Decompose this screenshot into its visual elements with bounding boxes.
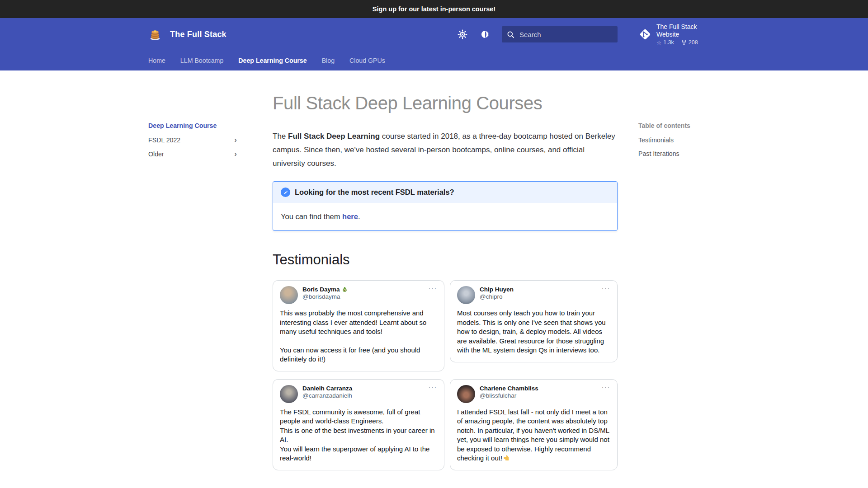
repo-stars: 1.3k [663, 39, 674, 46]
main-content: Full Stack Deep Learning Courses The Ful… [273, 70, 618, 488]
avatar [280, 385, 298, 403]
testimonials-heading: Testimonials [273, 252, 618, 268]
search-icon [506, 30, 515, 39]
sidebar-item-older[interactable]: Older › [148, 150, 237, 158]
chevron-right-icon: › [234, 136, 237, 144]
toc-item-testimonials[interactable]: Testimonials [638, 136, 720, 144]
here-link[interactable]: here [342, 212, 358, 221]
star-icon: ☆ [656, 39, 661, 46]
tweet-handle: @carranzadanielh [302, 392, 429, 399]
table-of-contents: Table of contents Testimonials Past Iter… [618, 70, 720, 488]
tab-deep-learning-course[interactable]: Deep Learning Course [238, 57, 307, 64]
admonition-title-row: Looking for the most recent FSDL materia… [273, 182, 617, 203]
repo-stats: ☆ 1.3k 208 [656, 39, 720, 46]
tweet-author: Chip Huyen [480, 286, 514, 293]
announcement-text: Sign up for our latest in-person course! [373, 5, 495, 13]
git-icon [638, 28, 652, 41]
tweet-card-chip-huyen[interactable]: Chip Huyen @chipro ··· Most courses only… [450, 280, 618, 362]
tweet-menu-icon[interactable]: ··· [602, 385, 611, 389]
point-down-emoji-icon [504, 455, 510, 461]
pancakes-logo-icon[interactable] [148, 28, 162, 41]
tweet-handle: @blissfulchar [480, 392, 602, 399]
left-sidebar: Deep Learning Course FSDL 2022 › Older › [148, 70, 273, 488]
search-input[interactable] [519, 31, 605, 38]
search-box[interactable] [502, 26, 618, 42]
toc-title: Table of contents [638, 122, 720, 129]
tweet-author: Charlene Chambliss [480, 385, 538, 392]
avocado-emoji-icon [342, 286, 348, 292]
tweet-menu-icon[interactable]: ··· [602, 286, 611, 291]
header: The Full Stack [0, 18, 868, 51]
tab-cloud-gpus[interactable]: Cloud GPUs [349, 57, 385, 64]
tweet-text: This was probably the most comprehensive… [280, 309, 437, 364]
tab-llm-bootcamp[interactable]: LLM Bootcamp [180, 57, 223, 64]
tweet-text: Most courses only teach you how to train… [457, 309, 610, 355]
tweet-text: The FSDL community is awesome, full of g… [280, 408, 437, 463]
info-admonition: Looking for the most recent FSDL materia… [273, 181, 618, 231]
tweet-menu-icon[interactable]: ··· [429, 385, 438, 389]
tab-bar: Home LLM Bootcamp Deep Learning Course B… [0, 51, 868, 70]
site-title: The Full Stack [170, 30, 226, 39]
tweet-card-charlene-chambliss[interactable]: Charlene Chambliss @blissfulchar ··· I a… [450, 379, 618, 470]
tweet-author: Danielh Carranza [302, 385, 352, 392]
repo-forks: 208 [689, 39, 698, 46]
intro-paragraph: The Full Stack Deep Learning course star… [273, 130, 618, 170]
toc-item-past-iterations[interactable]: Past Iterations [638, 150, 720, 157]
dark-mode-icon[interactable] [480, 29, 491, 40]
announcement-bar[interactable]: Sign up for our latest in-person course! [0, 0, 868, 18]
tab-home[interactable]: Home [148, 57, 165, 64]
page-title: Full Stack Deep Learning Courses [273, 93, 618, 113]
fork-icon [681, 40, 687, 46]
admonition-title: Looking for the most recent FSDL materia… [295, 188, 454, 197]
tweet-card-boris-dayma[interactable]: Boris Dayma @borisdayma ··· This was pro… [273, 280, 444, 371]
tweet-handle: @chipro [480, 293, 602, 300]
tweet-text: I attended FSDL last fall - not only did… [457, 408, 610, 463]
testimonial-grid: Boris Dayma @borisdayma ··· This was pro… [273, 280, 618, 470]
pencil-icon [281, 188, 290, 197]
avatar [280, 286, 298, 304]
tweet-menu-icon[interactable]: ··· [429, 286, 438, 291]
tab-blog[interactable]: Blog [322, 57, 335, 64]
tweet-card-danielh-carranza[interactable]: Danielh Carranza @carranzadanielh ··· Th… [273, 379, 444, 470]
chevron-right-icon: › [234, 150, 237, 158]
sidebar-item-deep-learning-course[interactable]: Deep Learning Course [148, 122, 273, 129]
avatar [457, 286, 475, 304]
tweet-author: Boris Dayma [302, 286, 340, 293]
repo-link[interactable]: The Full Stack Website ☆ 1.3k 208 [618, 23, 720, 46]
repo-name: The Full Stack Website [656, 23, 720, 38]
avatar [457, 385, 475, 403]
tweet-handle: @borisdayma [302, 293, 429, 300]
admonition-body: You can find them here. [273, 203, 617, 230]
sidebar-item-fsdl-2022[interactable]: FSDL 2022 › [148, 136, 237, 144]
light-mode-icon[interactable] [457, 29, 468, 40]
